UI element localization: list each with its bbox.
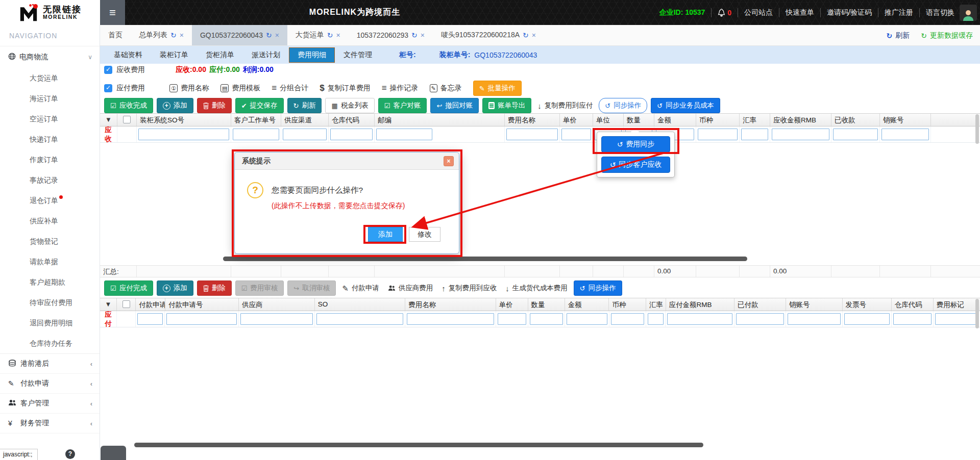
recv-input-fee-name[interactable] <box>506 129 558 140</box>
cancel-audit-button-disabled[interactable]: ↪取消审核 <box>287 280 336 296</box>
recv-input-supply-channel[interactable] <box>283 129 327 140</box>
col-header-writeoff-no[interactable]: 销账号 <box>880 114 931 126</box>
tab-order-list[interactable]: 总单列表 ↻ × <box>131 25 192 45</box>
sidebar-group-payment-request[interactable]: ✎ 付款申请 ‹ <box>0 374 100 394</box>
subtab-delivery-plan[interactable]: 派送计划 <box>243 47 289 63</box>
col-header-amount[interactable]: 金额 <box>565 298 609 311</box>
pay-input-fee-mark[interactable] <box>935 313 978 325</box>
menu-invite-code[interactable]: 邀请码/验证码 <box>827 8 872 17</box>
recv-input-zip[interactable] <box>376 129 432 140</box>
col-header-quantity[interactable]: 数量 <box>624 114 654 126</box>
sidebar-item-pending-payable-fees[interactable]: 待审应付费用 <box>0 292 100 313</box>
col-header-writeoff-no[interactable]: 销账号 <box>786 298 843 311</box>
col-header-so-no[interactable]: 装柜系统SO号 <box>137 114 231 126</box>
tab-home[interactable]: 首页 <box>100 25 131 45</box>
filter-icon[interactable]: ▼ <box>100 114 117 126</box>
sidebar-item-returned-fee-details[interactable]: 退回费用明细 <box>0 313 100 333</box>
recv-input-writeoff-no[interactable] <box>881 129 929 140</box>
copy-fees-to-payable-button[interactable]: ↓复制费用到应付 <box>535 98 595 113</box>
col-header-fee-name[interactable]: 费用名称 <box>505 114 560 126</box>
subtab-container-list[interactable]: 货柜清单 <box>197 47 243 63</box>
withdraw-reconcile-button[interactable]: ↩撤回对账 <box>430 98 479 113</box>
horizontal-scrollbar-thumb[interactable] <box>134 443 703 447</box>
sidebar-item-express-orders[interactable]: 快递订单 <box>0 129 100 149</box>
pay-input-exchange-rate[interactable] <box>648 313 664 325</box>
user-avatar[interactable] <box>960 5 977 21</box>
menu-language-switch[interactable]: 语言切换 <box>926 8 954 17</box>
col-header-amount[interactable]: 金额 <box>654 114 696 126</box>
payable-complete-button[interactable]: ☑应付完成 <box>104 280 153 296</box>
bill-export-button[interactable]: 账单导出 <box>482 98 531 113</box>
pay-input-so[interactable] <box>316 313 404 325</box>
refresh-grid-button[interactable]: ↻刷新 <box>287 98 322 113</box>
sidebar-group-port-services[interactable]: 港前港后 ‹ <box>0 354 100 374</box>
col-header-paid[interactable]: 已付款 <box>734 298 786 311</box>
sync-salesman-cost-button[interactable]: ↺同步业务员成本 <box>651 98 720 113</box>
tab-close-icon[interactable]: × <box>336 31 340 39</box>
sync-operation-button[interactable]: ↺同步操作 <box>599 98 647 113</box>
pay-input-warehouse-code[interactable] <box>893 313 932 325</box>
pay-input-fee-name[interactable] <box>407 313 494 325</box>
customer-reconcile-button[interactable]: ☑客户对账 <box>378 98 427 113</box>
col-header-exchange-rate[interactable]: 汇率 <box>646 298 666 311</box>
col-header-so[interactable]: SO <box>315 298 406 311</box>
sidebar-group-customer-management[interactable]: 客户管理 ‹ <box>0 394 100 414</box>
receivable-complete-button[interactable]: ☑应收完成 <box>104 98 153 113</box>
menu-quick-search[interactable]: 快速查单 <box>786 8 814 17</box>
sidebar-item-customer-overdue[interactable]: 客户超期款 <box>0 272 100 292</box>
col-header-supplier[interactable]: 供应商 <box>239 298 315 311</box>
notifications-button[interactable]: 0 <box>718 9 731 17</box>
col-header-zip[interactable]: 邮编 <box>375 114 505 126</box>
subtab-loading-orders[interactable]: 装柜订单 <box>151 47 197 63</box>
sidebar-item-warehouse-todo[interactable]: 仓库待办任务 <box>0 333 100 353</box>
col-header-fee-mark[interactable]: 费用标记 <box>934 298 980 311</box>
col-header-customer-work-no[interactable]: 客户工作单号 <box>231 114 281 126</box>
delete-payable-button[interactable]: 删除 <box>197 280 232 296</box>
pay-input-payment-request[interactable] <box>137 313 163 325</box>
col-header-recv-amount-rmb[interactable]: 应收金额RMB <box>770 114 831 126</box>
recv-input-currency[interactable] <box>698 129 738 140</box>
recv-input-received[interactable] <box>833 129 878 140</box>
receivable-fees-checkbox[interactable] <box>104 66 112 74</box>
sidebar-item-cargo-registration[interactable]: 货物登记 <box>0 231 100 251</box>
pay-input-payment-request-no[interactable] <box>166 313 236 325</box>
pay-input-currency[interactable] <box>611 313 644 325</box>
help-button[interactable]: ? <box>65 449 75 459</box>
add-button[interactable]: $+添加 <box>157 98 193 113</box>
col-header-fee-name[interactable]: 费用名称 <box>405 298 496 311</box>
tab-close-icon[interactable]: × <box>421 31 425 39</box>
col-header-currency[interactable]: 币种 <box>609 298 646 311</box>
sidebar-group-finance-management[interactable]: ¥ 财务管理 ‹ <box>0 414 100 433</box>
col-header-currency[interactable]: 币种 <box>696 114 740 126</box>
tab-1053722060293[interactable]: 1053722060293 ↻ × <box>349 25 433 45</box>
col-header-pay-amount-rmb[interactable]: 应付金额RMB <box>666 298 734 311</box>
col-header-invoice-no[interactable]: 发票号 <box>843 298 892 311</box>
col-header-payment-request[interactable]: 付款申请 <box>136 298 165 311</box>
batch-operation-button[interactable]: ✎批量操作 <box>473 81 522 96</box>
delete-button[interactable]: 删除 <box>197 98 232 113</box>
pay-input-paid[interactable] <box>736 313 784 325</box>
pay-input-unit-price[interactable] <box>498 313 526 325</box>
vertical-scrollbar-thumb[interactable] <box>975 299 979 328</box>
brand-logo[interactable]: 无限链接 MORELINK <box>0 0 100 25</box>
tab-bulk-shipment[interactable]: 大货运单 ↻ × <box>287 25 349 45</box>
select-all-checkbox[interactable] <box>117 114 137 126</box>
pay-input-quantity[interactable] <box>530 313 563 325</box>
sidebar-item-payment-request-docs[interactable]: 请款单据 <box>0 251 100 272</box>
dialog-close-button[interactable]: × <box>444 156 454 166</box>
update-cache-button[interactable]: ↻ 更新数据缓存 <box>921 31 973 40</box>
tab-refresh-icon[interactable]: ↻ <box>170 31 177 39</box>
tab-close-icon[interactable]: × <box>275 31 279 39</box>
vertical-scrollbar-thumb[interactable] <box>975 114 979 144</box>
tab-refresh-icon[interactable]: ↻ <box>266 31 272 39</box>
recv-input-customer-work-no[interactable] <box>233 129 279 140</box>
filter-icon[interactable]: ▼ <box>100 298 117 311</box>
subtab-basic-info[interactable]: 基础资料 <box>105 47 151 63</box>
sidebar-item-incident-records[interactable]: 事故记录 <box>0 170 100 190</box>
select-all-checkbox[interactable] <box>117 298 136 311</box>
recv-input-amount-rmb[interactable] <box>772 129 829 140</box>
generate-forwarder-cost-button[interactable]: ↓生成货代成本费用 <box>503 280 570 296</box>
subtab-fee-details[interactable]: 费用明细 <box>289 47 335 63</box>
tab-close-icon[interactable]: × <box>180 31 184 39</box>
add-payable-button[interactable]: +添加 <box>157 280 193 296</box>
